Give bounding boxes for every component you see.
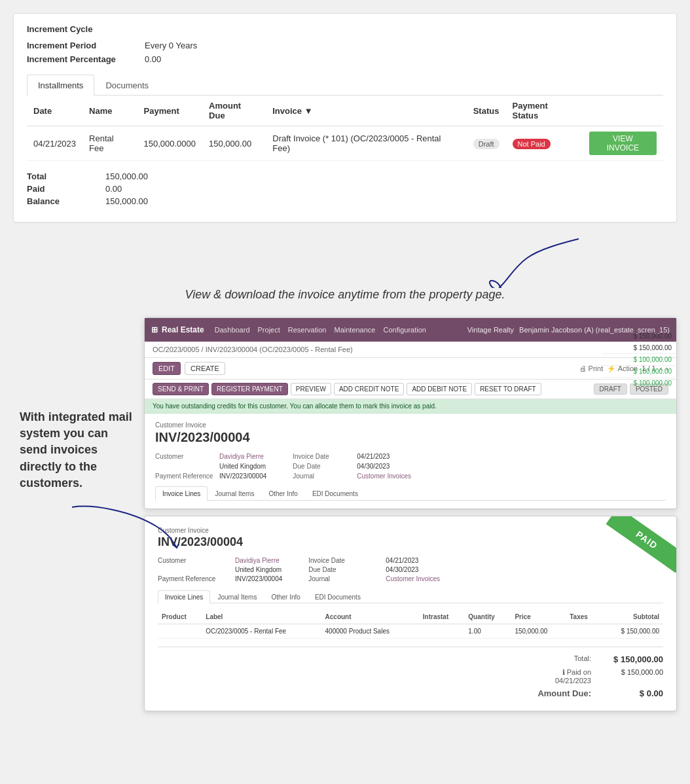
line-col-intrastat: Intrastat [419, 610, 465, 624]
right-amount-5: $ 100,000.00 [602, 378, 677, 389]
right-amount-3: $ 100,000.00 [602, 354, 677, 366]
re-add-debit-note-button[interactable]: ADD DEBIT NOTE [407, 383, 472, 395]
re-payment-ref-row: Payment Reference INV/2023/00004 [155, 472, 266, 480]
col-name: Name [82, 96, 137, 126]
inv-payref-label: Payment Reference [158, 575, 230, 582]
balance-row: Balance 150,000.00 [27, 196, 663, 206]
inv-tab-lines[interactable]: Invoice Lines [158, 590, 210, 603]
re-inv-tab-edi[interactable]: EDI Documents [305, 486, 365, 501]
re-preview-button[interactable]: PREVIEW [291, 383, 331, 395]
re-country-spacer [155, 463, 214, 470]
nav-configuration[interactable]: Configuration [383, 326, 426, 334]
inv-paper-tabs: Invoice Lines Journal Items Other Info E… [158, 590, 663, 603]
re-nav-links: Dashboard Project Reservation Maintenanc… [215, 326, 426, 334]
inv-paper-right: Invoice Date 04/21/2023 Due Date 04/30/2… [308, 557, 440, 582]
inv-customer-value: Davidiya Pierre [235, 557, 280, 564]
right-amount-2: $ 150,000.00 [602, 342, 677, 354]
re-inv-tab-lines[interactable]: Invoice Lines [155, 486, 208, 501]
line-intrastat [419, 624, 465, 639]
nav-project[interactable]: Project [258, 326, 280, 334]
middle-caption: View & download the invoice anytime from… [13, 288, 677, 302]
left-side-text: With integrated mail system you can send… [13, 396, 144, 505]
line-col-product: Product [158, 610, 202, 624]
col-payment: Payment [137, 96, 203, 126]
line-label: OC/2023/0005 - Rental Fee [202, 624, 321, 639]
inv-payref-row: Payment Reference INV/2023/00004 [158, 575, 282, 582]
inv-amount-due-label: Amount Due: [537, 688, 591, 698]
paid-value: 0.00 [105, 184, 122, 194]
total-row: Total 150,000.00 [27, 171, 663, 181]
re-journal-value[interactable]: Customer Invoices [357, 472, 411, 480]
re-create-button[interactable]: CREATE [185, 362, 225, 375]
inv-total-row: Total: $ 150,000.00 [158, 652, 663, 666]
re-invoice-number: INV/2023/00004 [155, 430, 666, 445]
re-inv-date-label: Invoice Date [293, 453, 352, 460]
re-invoice-label: Customer Invoice [155, 421, 666, 429]
bottom-composite: With integrated mail system you can send… [13, 317, 677, 711]
nav-maintenance[interactable]: Maintenance [334, 326, 375, 334]
col-invoice: Invoice ▼ [266, 96, 466, 126]
line-taxes [566, 624, 601, 639]
re-send-print-button[interactable]: SEND & PRINT [153, 383, 209, 395]
inv-inv-date-row: Invoice Date 04/21/2023 [308, 557, 440, 564]
status-badge-not-paid: Not Paid [513, 139, 551, 149]
col-amount-due: Amount Due [202, 96, 266, 126]
paid-label: Paid [27, 184, 105, 194]
inv-paper-left: Customer Davidiya Pierre United Kingdom … [158, 557, 282, 582]
cell-invoice: Draft Invoice (* 101) (OC/2023/0005 - Re… [266, 126, 466, 161]
re-reset-draft-button[interactable]: RESET TO DRAFT [475, 383, 541, 395]
re-app-inner: ⊞ Real Estate Dashboard Project Reservat… [144, 317, 677, 509]
line-price: 150,000.00 [511, 624, 566, 639]
re-add-credit-note-button[interactable]: ADD CREDIT NOTE [334, 383, 405, 395]
re-brand-name: Real Estate [162, 325, 204, 334]
inv-paper-label: Customer Invoice [158, 527, 663, 534]
inv-tab-other[interactable]: Other Info [264, 590, 307, 603]
nav-reservation[interactable]: Reservation [288, 326, 327, 334]
re-payment-ref-label: Payment Reference [155, 472, 214, 480]
cell-date: 04/21/2023 [27, 126, 82, 161]
nav-dashboard[interactable]: Dashboard [215, 326, 250, 334]
inv-tab-journal[interactable]: Journal Items [210, 590, 264, 603]
re-inv-tab-other[interactable]: Other Info [261, 486, 304, 501]
line-product [158, 624, 202, 639]
re-edit-button[interactable]: EDIT [153, 362, 181, 375]
total-label: Total [27, 171, 105, 181]
re-register-payment-button[interactable]: REGISTER PAYMENT [211, 383, 288, 395]
cell-action[interactable]: VIEW INVOICE [583, 126, 663, 161]
inv-tab-edi[interactable]: EDI Documents [308, 590, 368, 603]
right-amounts-panel: $ 150,000.00 $ 150,000.00 $ 100,000.00 $… [602, 330, 677, 389]
increment-period-row: Increment Period Every 0 Years [27, 41, 663, 50]
cell-amount-due: 150,000.00 [202, 126, 266, 161]
inv-customer-label: Customer [158, 557, 230, 564]
section-title: Increment Cycle [27, 24, 663, 34]
inv-totals: Total: $ 150,000.00 ℹ Paid on 04/21/2023… [158, 647, 663, 700]
inv-total-label: Total: [574, 654, 591, 664]
re-customer-label: Customer [155, 453, 214, 460]
inv-country-spacer [158, 566, 230, 573]
inv-total-value: $ 150,000.00 [604, 654, 663, 664]
inv-paid-on-row: ℹ Paid on 04/21/2023 $ 150,000.00 [158, 666, 663, 686]
re-detail-right: Invoice Date 04/21/2023 Due Date 04/30/2… [293, 453, 411, 480]
re-inv-tab-journal[interactable]: Journal Items [208, 486, 261, 501]
cell-payment-status: Not Paid [506, 126, 583, 161]
nav-company: Vintage Realty [467, 326, 514, 334]
tab-installments[interactable]: Installments [27, 75, 94, 96]
re-app-window: ⊞ Real Estate Dashboard Project Reservat… [144, 317, 677, 711]
re-nav-brand: ⊞ Real Estate [151, 325, 204, 334]
inv-amount-due-row: Amount Due: $ 0.00 [158, 686, 663, 700]
cell-payment: 150,000.0000 [137, 126, 203, 161]
line-col-price: Price [511, 610, 566, 624]
view-invoice-button[interactable]: VIEW INVOICE [589, 132, 657, 155]
inv-inv-date-value: 04/21/2023 [386, 557, 418, 564]
tab-documents[interactable]: Documents [94, 75, 160, 96]
re-breadcrumb: OC/2023/0005 / INV/2023/00004 (OC/2023/0… [145, 342, 676, 358]
inv-inv-date-label: Invoice Date [308, 557, 380, 564]
inv-line-table: Product Label Account Intrastat Quantity… [158, 610, 663, 639]
re-customer-value[interactable]: Davidiya Pierre [219, 453, 264, 460]
inv-amount-due-value: $ 0.00 [604, 688, 663, 698]
inv-paper-details: Customer Davidiya Pierre United Kingdom … [158, 557, 663, 582]
increment-percentage-label: Increment Percentage [27, 54, 145, 64]
line-account: 400000 Product Sales [321, 624, 419, 639]
re-print-link[interactable]: 🖨 Print [579, 365, 604, 372]
col-date: Date [27, 96, 82, 126]
